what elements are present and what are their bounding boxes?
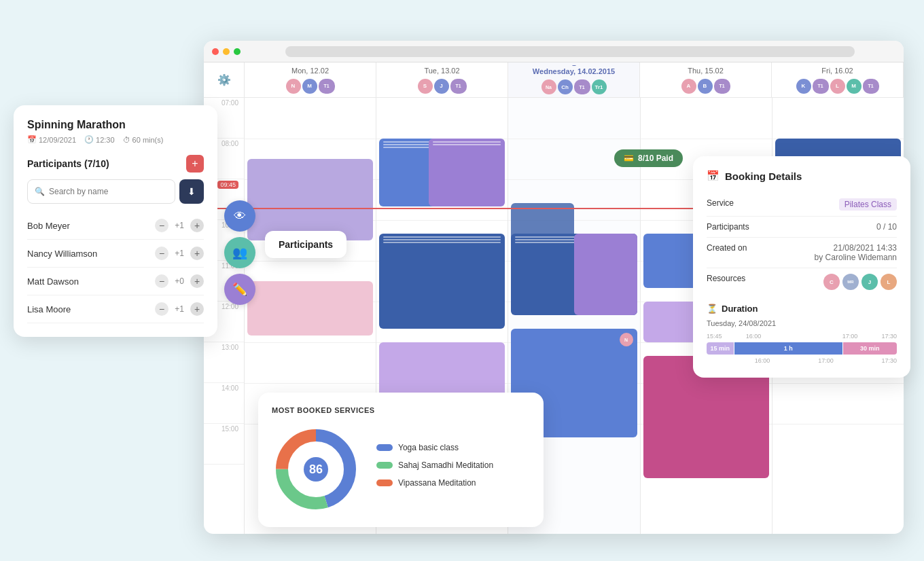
- today-indicator-dot: [572, 65, 576, 66]
- fri-label: Fri, 16.02: [821, 67, 853, 75]
- paid-label: 8/10 Paid: [638, 153, 673, 163]
- avatar-tag: T1: [714, 79, 730, 94]
- cal-event[interactable]: [247, 281, 373, 336]
- calendar-icon: 📅: [707, 170, 719, 182]
- titlebar: [204, 41, 904, 62]
- thu-label: Thu, 15.02: [688, 67, 724, 75]
- decrement-button[interactable]: −: [155, 274, 168, 288]
- day-header-thu[interactable]: Thu, 15.02 A B T1: [640, 62, 772, 97]
- booking-row-created: Created on 21/08/2021 14:33 by Caroline …: [707, 238, 897, 268]
- participant-name: Nancy Williamson: [27, 249, 97, 259]
- view-fab-button[interactable]: 👁: [224, 200, 255, 232]
- increment-button[interactable]: +: [190, 274, 204, 288]
- current-time-badge: 09:45: [217, 181, 238, 189]
- tl-label: 16:00: [746, 333, 762, 340]
- add-participant-button[interactable]: +: [186, 155, 204, 173]
- increment-button[interactable]: +: [190, 219, 204, 232]
- participant-count: +1: [173, 304, 186, 314]
- duration-date: Tuesday, 24/08/2021: [707, 319, 897, 327]
- tl-bottom-label: 16:00: [755, 357, 770, 364]
- decrement-button[interactable]: −: [155, 302, 168, 316]
- legend-label: Vipassana Meditation: [398, 478, 476, 488]
- avatar-tag: T1: [574, 79, 590, 94]
- legend: Yoga basic class Sahaj Samadhi Meditatio…: [376, 443, 530, 496]
- cal-event[interactable]: [247, 159, 373, 240]
- download-button[interactable]: ⬇: [179, 179, 204, 204]
- edit-fab-button[interactable]: ✏️: [224, 274, 255, 305]
- day-header-wed[interactable]: Wednesday, 14.02.2015 Na Ch T1 Tr1: [508, 62, 640, 97]
- panel-meta: 📅 12/09/2021 🕐 12:30 ⏱ 60 min(s): [27, 135, 204, 144]
- tl-segment-1h: 1 h: [734, 342, 842, 355]
- download-icon: ⬇: [188, 186, 196, 197]
- maximize-dot[interactable]: [234, 48, 241, 55]
- cal-event[interactable]: [379, 342, 505, 397]
- url-bar[interactable]: [285, 46, 855, 57]
- resource-avatar: L: [881, 274, 897, 290]
- avatar-tag: T1: [450, 79, 467, 94]
- booking-panel: 📅 Booking Details Service Pilates Class …: [693, 156, 910, 378]
- participant-row: Matt Dawson − +0 +: [27, 268, 204, 295]
- panel-time: 🕐 12:30: [84, 135, 115, 144]
- participants-value: 0 / 10: [876, 222, 897, 232]
- stats-panel: MOST BOOKED SERVICES 86 Yoga basic class: [258, 393, 544, 527]
- legend-label: Sahaj Samadhi Meditation: [398, 460, 493, 470]
- participant-name: Bob Meyer: [27, 221, 70, 231]
- day-header-tue[interactable]: Tue, 13.02 S J T1: [376, 62, 508, 97]
- resource-avatar: MR: [842, 274, 859, 290]
- created-label: Created on: [707, 243, 747, 262]
- hourglass-icon: ⏳: [707, 304, 717, 314]
- panel-duration: ⏱ 60 min(s): [123, 135, 164, 144]
- legend-label: Yoga basic class: [398, 443, 459, 452]
- decrement-button[interactable]: −: [155, 219, 168, 232]
- avatar: Tr1: [592, 79, 607, 94]
- search-box[interactable]: 🔍: [27, 179, 175, 204]
- legend-item: Sahaj Samadhi Meditation: [376, 460, 530, 470]
- wed-label: Wednesday, 14.02.2015: [533, 67, 615, 75]
- tl-bottom-label: 17:30: [881, 357, 897, 364]
- day-header-fri[interactable]: Fri, 16.02 K T1 L M T1: [772, 62, 904, 97]
- gear-icon: ⚙️: [217, 73, 231, 86]
- avatar: J: [434, 79, 449, 94]
- created-value: 21/08/2021 14:33 by Caroline Widemann: [815, 243, 897, 262]
- settings-button[interactable]: ⚙️: [204, 62, 245, 97]
- participants-fab-button[interactable]: 👥: [224, 237, 255, 268]
- avatar-tag: T1: [813, 79, 829, 94]
- decrement-button[interactable]: −: [155, 247, 168, 260]
- booking-title: 📅 Booking Details: [707, 170, 897, 182]
- participants-tooltip: Participants: [265, 231, 346, 258]
- panel-date: 📅 12/09/2021: [27, 135, 76, 144]
- timeline-bar: 15 min 1 h 30 min: [707, 342, 897, 355]
- close-dot[interactable]: [212, 48, 219, 55]
- time-slot: 13:00: [204, 342, 244, 383]
- panel-title: Spinning Marathon: [27, 119, 204, 131]
- calendar-header: ⚙️ Mon, 12.02 N M T1 Tue, 13.02 S J T1 W…: [204, 62, 904, 98]
- avatar: Na: [541, 79, 556, 94]
- increment-button[interactable]: +: [190, 302, 204, 316]
- participant-controls: − +1 +: [155, 219, 204, 232]
- pencil-icon: ✏️: [232, 282, 247, 297]
- fri-avatars: K T1 L M T1: [796, 79, 879, 94]
- resources-label: Resources: [707, 274, 745, 290]
- resources-avatars: C MR J L: [823, 274, 897, 290]
- avatar: N: [286, 79, 301, 94]
- spinning-marathon-panel: Spinning Marathon 📅 12/09/2021 🕐 12:30 ⏱…: [14, 105, 217, 337]
- cal-event[interactable]: [429, 139, 505, 206]
- booking-row-resources: Resources C MR J L: [707, 268, 897, 295]
- participants-tooltip-label: Participants: [279, 239, 333, 250]
- participants-header: Participants (7/10) +: [27, 155, 204, 173]
- clock-icon: 🕐: [84, 135, 94, 144]
- minimize-dot[interactable]: [223, 48, 230, 55]
- increment-button[interactable]: +: [190, 247, 204, 260]
- resource-avatar: C: [823, 274, 840, 290]
- search-input[interactable]: [49, 187, 168, 196]
- cal-event[interactable]: [379, 234, 505, 329]
- booking-row-service: Service Pilates Class: [707, 193, 897, 217]
- participant-count: +1: [173, 249, 186, 258]
- avatar: A: [681, 79, 696, 94]
- timeline-top-labels: 15:45 16:00 17:00 17:30: [707, 333, 897, 340]
- day-header-mon[interactable]: Mon, 12.02 N M T1: [245, 62, 376, 97]
- resource-avatar: J: [861, 274, 878, 290]
- tl-label: 17:30: [881, 333, 897, 340]
- cal-event[interactable]: [574, 234, 637, 315]
- avatar-tag: T1: [319, 79, 335, 94]
